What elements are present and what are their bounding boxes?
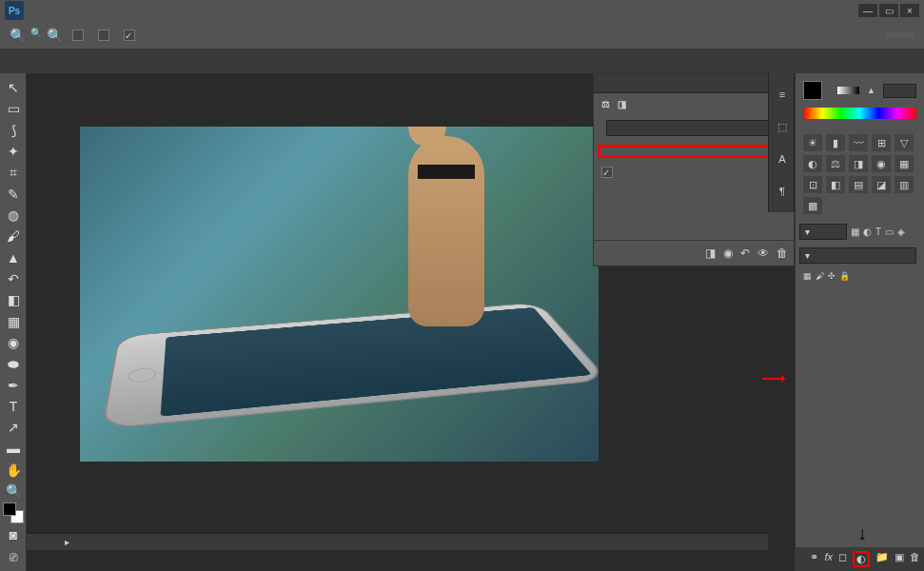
zoom-out-icon[interactable]: 🔍 xyxy=(30,28,42,43)
close-button[interactable]: × xyxy=(900,4,919,17)
mixer-adj-icon[interactable]: ▦ xyxy=(895,155,914,172)
arrow-right-icon: ⟶ xyxy=(761,368,786,389)
arrow-down-icon: ↓ xyxy=(857,522,867,544)
stamp-tool[interactable]: ▲ xyxy=(2,248,25,267)
lock-trans-icon[interactable]: ▦ xyxy=(803,271,812,281)
dodge-tool[interactable]: ⬬ xyxy=(2,354,25,373)
history-tool[interactable]: ↶ xyxy=(2,269,25,288)
color-swatches[interactable] xyxy=(2,502,25,523)
zoom-in-icon[interactable]: 🔍 xyxy=(10,28,26,43)
crop-tool[interactable]: ⌗ xyxy=(2,163,25,182)
color-swatch[interactable] xyxy=(803,81,822,100)
threshold-adj-icon[interactable]: ◪ xyxy=(872,176,891,193)
mask-add-icon[interactable]: ◻ xyxy=(838,551,847,567)
gradient-adj-icon[interactable]: ▥ xyxy=(895,176,914,193)
lookup-adj-icon[interactable]: ⊡ xyxy=(803,176,822,193)
healing-tool[interactable]: ◍ xyxy=(2,206,25,225)
mask-icon: ◨ xyxy=(618,99,626,109)
maximize-button[interactable]: ▭ xyxy=(879,4,898,17)
workspace-switcher[interactable] xyxy=(886,32,914,38)
trash-icon[interactable]: 🗑 xyxy=(910,551,920,567)
quickmask-tool[interactable]: ◙ xyxy=(2,525,25,544)
invert-adj-icon[interactable]: ◧ xyxy=(826,176,845,193)
tools-panel: ↖ ▭ ⟆ ✦ ⌗ ✎ ◍ 🖌 ▲ ↶ ◧ ▦ ◉ ⬬ ✒ T ↗ ▬ ✋ 🔍 … xyxy=(0,73,27,571)
eraser-tool[interactable]: ◧ xyxy=(2,290,25,309)
type-tool[interactable]: T xyxy=(2,397,25,416)
hue-adj-icon[interactable]: ◐ xyxy=(803,155,822,172)
zoom-icon[interactable]: 🔍 xyxy=(47,28,63,43)
spectrum-bar[interactable] xyxy=(803,108,916,119)
link-layers-icon[interactable]: ⚭ xyxy=(810,551,818,567)
sliders-highlight xyxy=(598,145,790,158)
blur-tool[interactable]: ◉ xyxy=(2,333,25,352)
kind-filter[interactable]: ▾ xyxy=(799,224,847,240)
balance-icon: ⚖ xyxy=(601,99,610,109)
hand-tool[interactable]: ✋ xyxy=(2,461,25,480)
zoom-tool[interactable]: 🔍 xyxy=(2,482,25,501)
k-slider[interactable] xyxy=(837,87,859,94)
filter-pixel-icon[interactable]: ▦ xyxy=(851,226,859,237)
photo-adj-icon[interactable]: ◉ xyxy=(872,155,891,172)
lock-all-icon[interactable]: 🔒 xyxy=(839,271,850,281)
screenmode-tool[interactable]: ⎚ xyxy=(2,547,25,566)
eyedropper-tool[interactable]: ✎ xyxy=(2,185,25,204)
canvas-area: ▸▸ ≡ ⚖◨ ▾ ◨ ◉ ↶ 👁 🗑 xyxy=(27,73,795,571)
adjustment-layer-icon[interactable]: ◐ xyxy=(853,551,870,567)
minimize-button[interactable]: — xyxy=(858,4,877,17)
clip-icon[interactable]: ◨ xyxy=(705,246,716,260)
fx-icon[interactable]: fx xyxy=(824,551,833,567)
filter-adj-icon[interactable]: ◐ xyxy=(863,226,872,237)
history-panel-icon[interactable]: ≡ xyxy=(771,83,794,106)
new-layer-icon[interactable]: ▣ xyxy=(895,551,904,567)
app-logo: Ps xyxy=(5,1,24,20)
selective-adj-icon[interactable]: ▩ xyxy=(803,197,822,214)
group-icon[interactable]: 📁 xyxy=(875,551,889,567)
properties-panel-icon[interactable]: ⬚ xyxy=(771,115,794,138)
bw-adj-icon[interactable]: ◨ xyxy=(849,155,868,172)
wand-tool[interactable]: ✦ xyxy=(2,142,25,161)
curves-adj-icon[interactable]: 〰 xyxy=(849,134,868,151)
lock-pos-icon[interactable]: ✣ xyxy=(828,271,836,281)
vibrance-adj-icon[interactable]: ▽ xyxy=(895,134,914,151)
reset-icon[interactable]: ↶ xyxy=(740,246,750,260)
layers-list xyxy=(796,285,924,416)
gradient-tool[interactable]: ▦ xyxy=(2,311,25,330)
lasso-tool[interactable]: ⟆ xyxy=(2,121,25,140)
scrubby-checkbox[interactable] xyxy=(124,30,135,41)
preserve-checkbox[interactable] xyxy=(601,167,613,178)
document-tabs xyxy=(0,49,924,73)
resize-checkbox[interactable] xyxy=(72,30,84,41)
blend-mode[interactable]: ▾ xyxy=(799,247,916,264)
filter-smart-icon[interactable]: ◈ xyxy=(897,226,905,237)
visibility-icon[interactable]: 👁 xyxy=(757,246,769,260)
shape-tool[interactable]: ▬ xyxy=(2,439,25,458)
marquee-tool[interactable]: ▭ xyxy=(2,99,25,118)
document-canvas[interactable] xyxy=(80,127,599,462)
zoomall-checkbox[interactable] xyxy=(98,30,109,41)
path-tool[interactable]: ↗ xyxy=(2,418,25,437)
exposure-adj-icon[interactable]: ⊞ xyxy=(872,134,891,151)
filter-shape-icon[interactable]: ▭ xyxy=(885,226,894,237)
brightness-adj-icon[interactable]: ☀ xyxy=(803,134,822,151)
paragraph-panel-icon[interactable]: ¶ xyxy=(771,180,794,203)
delete-icon[interactable]: 🗑 xyxy=(777,246,788,260)
view-icon[interactable]: ◉ xyxy=(723,246,733,260)
k-value[interactable] xyxy=(883,84,916,98)
lock-pixel-icon[interactable]: 🖌 xyxy=(816,271,824,281)
status-arrow-icon[interactable]: ▸ xyxy=(65,537,69,547)
levels-adj-icon[interactable]: ▮ xyxy=(826,134,845,151)
properties-panel: ▸▸ ≡ ⚖◨ ▾ ◨ ◉ ↶ 👁 🗑 xyxy=(593,73,795,266)
poster-adj-icon[interactable]: ▤ xyxy=(849,176,868,193)
character-panel-icon[interactable]: A xyxy=(771,148,794,170)
balance-adj-icon[interactable]: ⚖ xyxy=(826,155,845,172)
move-tool[interactable]: ↖ xyxy=(2,78,25,97)
tone-dropdown[interactable]: ▾ xyxy=(606,120,786,136)
brush-tool[interactable]: 🖌 xyxy=(2,226,25,246)
pen-tool[interactable]: ✒ xyxy=(2,375,25,394)
filter-type-icon[interactable]: T xyxy=(875,226,881,237)
